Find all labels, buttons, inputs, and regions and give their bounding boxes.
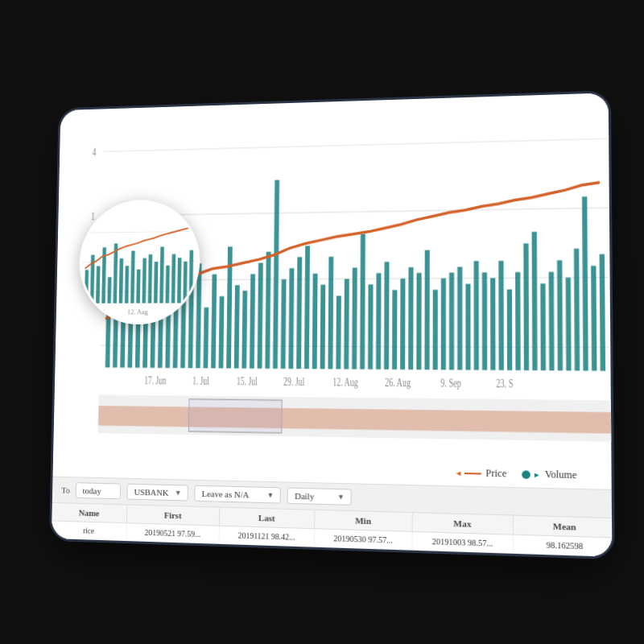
svg-rect-63 — [482, 272, 487, 369]
period-select[interactable]: Daily ▼ — [287, 488, 352, 506]
cell-name: rice — [52, 521, 127, 540]
svg-rect-74 — [574, 249, 580, 371]
cell-first: 20190521 97.59... — [126, 523, 219, 543]
svg-rect-68 — [523, 243, 529, 370]
svg-rect-57 — [433, 290, 438, 369]
svg-rect-80 — [188, 399, 282, 433]
svg-rect-36 — [265, 252, 270, 369]
svg-rect-54 — [408, 267, 413, 369]
volume-legend-label: Volume — [545, 469, 577, 482]
svg-rect-76 — [591, 266, 597, 371]
svg-rect-92 — [125, 266, 129, 303]
svg-text:17. Jun: 17. Jun — [144, 374, 166, 387]
svg-rect-87 — [96, 266, 100, 303]
svg-rect-35 — [258, 263, 263, 369]
svg-rect-51 — [384, 262, 390, 369]
svg-rect-67 — [515, 272, 521, 370]
svg-rect-72 — [557, 260, 563, 370]
svg-rect-32 — [234, 285, 240, 368]
svg-text:12. Aug: 12. Aug — [127, 309, 149, 316]
svg-rect-20 — [142, 319, 148, 368]
svg-rect-102 — [183, 262, 187, 303]
col-first: First — [127, 505, 220, 525]
svg-rect-47 — [352, 268, 357, 369]
svg-rect-45 — [336, 295, 341, 369]
svg-rect-77 — [600, 254, 606, 371]
svg-rect-95 — [142, 258, 146, 303]
svg-rect-40 — [296, 257, 302, 369]
col-min: Min — [315, 510, 413, 531]
svg-rect-71 — [549, 272, 555, 371]
svg-text:9. Sep: 9. Sep — [440, 376, 461, 390]
svg-rect-94 — [136, 270, 140, 303]
col-last: Last — [220, 508, 315, 529]
to-input[interactable]: today — [76, 482, 122, 499]
svg-rect-44 — [328, 257, 333, 369]
svg-rect-46 — [344, 279, 349, 369]
svg-rect-58 — [441, 279, 446, 370]
svg-rect-34 — [250, 274, 255, 368]
svg-rect-100 — [171, 254, 175, 303]
svg-rect-48 — [360, 234, 365, 369]
svg-rect-53 — [400, 279, 405, 369]
screen: 4 1 8 17. Jun 1. Jul 15. Jul 29. Jul 12.… — [52, 93, 613, 557]
cell-mean: 98.162598 — [514, 535, 612, 556]
svg-rect-75 — [582, 196, 588, 370]
svg-rect-59 — [449, 273, 454, 370]
svg-rect-101 — [177, 258, 181, 303]
period-chevron-icon: ▼ — [337, 493, 345, 501]
svg-rect-26 — [188, 286, 194, 369]
svg-rect-29 — [211, 275, 217, 369]
svg-rect-89 — [107, 277, 111, 303]
svg-rect-62 — [474, 261, 479, 369]
col-name: Name — [52, 503, 127, 522]
cell-max: 20191003 98.57... — [413, 532, 514, 553]
svg-rect-39 — [288, 268, 294, 369]
svg-rect-38 — [281, 279, 287, 369]
svg-rect-33 — [242, 291, 247, 369]
svg-text:23. S: 23. S — [496, 377, 513, 390]
svg-text:15. Jul: 15. Jul — [237, 375, 258, 389]
svg-text:4: 4 — [93, 146, 97, 159]
to-label: To — [61, 485, 70, 495]
svg-rect-49 — [368, 284, 373, 369]
svg-rect-64 — [490, 278, 495, 369]
cell-last: 20191121 98.42... — [220, 526, 316, 547]
svg-rect-56 — [424, 250, 429, 370]
svg-rect-41 — [304, 246, 310, 369]
na-chevron-icon: ▼ — [266, 491, 274, 499]
svg-rect-97 — [154, 262, 158, 303]
svg-rect-55 — [416, 273, 421, 369]
svg-rect-30 — [219, 296, 225, 368]
svg-rect-65 — [498, 261, 504, 370]
svg-rect-70 — [540, 283, 546, 370]
svg-text:12. Aug: 12. Aug — [332, 375, 358, 389]
volume-legend-item: ► Volume — [522, 468, 576, 481]
svg-rect-61 — [465, 284, 470, 370]
svg-rect-52 — [392, 290, 397, 369]
svg-text:29. Jul: 29. Jul — [283, 375, 305, 389]
col-max: Max — [413, 513, 514, 535]
svg-line-0 — [104, 138, 609, 151]
svg-rect-66 — [507, 290, 512, 370]
device-frame: 4 1 8 17. Jun 1. Jul 15. Jul 29. Jul 12.… — [49, 90, 615, 559]
svg-rect-60 — [457, 266, 462, 369]
na-select[interactable]: Leave as N/A ▼ — [195, 485, 282, 504]
price-legend-item: ◄ Price — [455, 467, 506, 481]
col-mean: Mean — [514, 516, 613, 538]
svg-text:26. Aug: 26. Aug — [385, 376, 411, 390]
svg-rect-99 — [165, 266, 169, 303]
svg-rect-28 — [204, 308, 209, 369]
svg-rect-43 — [320, 285, 326, 369]
svg-rect-37 — [273, 180, 279, 369]
svg-rect-42 — [312, 274, 318, 369]
svg-rect-50 — [376, 273, 381, 369]
chart-area[interactable]: 4 1 8 17. Jun 1. Jul 15. Jul 29. Jul 12.… — [53, 93, 612, 489]
svg-rect-69 — [532, 232, 538, 370]
svg-text:1. Jul: 1. Jul — [192, 374, 209, 388]
cell-min: 20190530 97.57... — [315, 529, 413, 549]
price-legend-label: Price — [485, 467, 506, 480]
bank-select[interactable]: USBANK ▼ — [127, 484, 189, 502]
svg-rect-73 — [566, 278, 572, 371]
bank-chevron-icon: ▼ — [175, 489, 182, 497]
